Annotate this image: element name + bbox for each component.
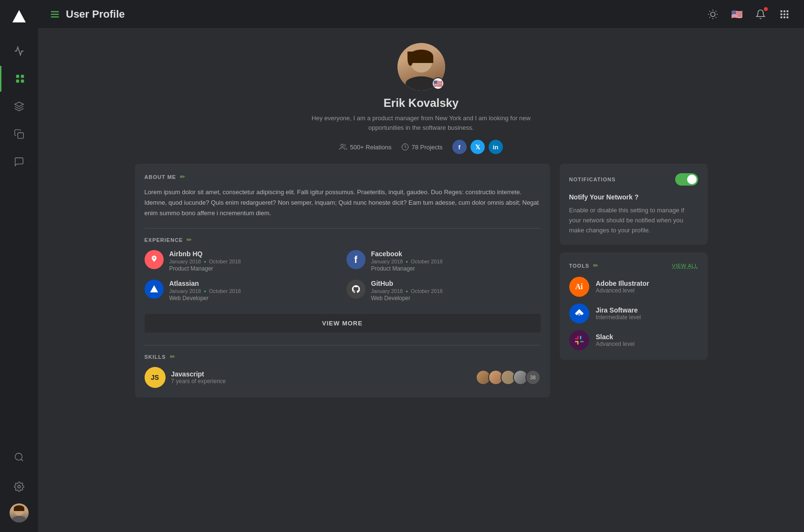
svg-line-16 bbox=[716, 17, 716, 17]
notification-icon[interactable] bbox=[752, 6, 769, 22]
svg-line-7 bbox=[21, 459, 23, 461]
theme-icon[interactable] bbox=[705, 6, 721, 22]
sidebar-item-dashboard[interactable] bbox=[0, 66, 38, 92]
svg-point-8 bbox=[18, 485, 21, 488]
about-section-header: ABOUT ME ✏ bbox=[145, 173, 541, 180]
facebook-link[interactable]: f bbox=[452, 140, 467, 154]
svg-rect-22 bbox=[783, 10, 785, 12]
slack-name: Slack bbox=[596, 333, 635, 341]
svg-rect-2 bbox=[21, 75, 23, 78]
notifications-card: NOTIFICATIONS Notify Your Network ? Enab… bbox=[560, 164, 708, 245]
illustrator-level: Advanced level bbox=[596, 287, 649, 294]
illustrator-name: Adobe Illustrator bbox=[596, 280, 649, 287]
divider-1 bbox=[145, 228, 541, 229]
atlassian-role: Web Developer bbox=[169, 295, 241, 302]
svg-marker-32 bbox=[150, 285, 158, 292]
profile-stats: 500+ Relations 78 Projects f 𝕏 in bbox=[339, 140, 502, 154]
tool-item-jira: Jira Software Intermediate level bbox=[569, 303, 698, 323]
relations-count: 500+ Relations bbox=[350, 144, 391, 151]
svg-rect-26 bbox=[787, 13, 789, 15]
notifications-toggle[interactable] bbox=[675, 173, 698, 186]
user-avatar[interactable] bbox=[10, 503, 29, 522]
skill-item-javascript: JS Javascript 7 years of experience bbox=[145, 367, 541, 388]
about-card: ABOUT ME ✏ Lorem ipsum dolor sit amet, c… bbox=[135, 164, 550, 397]
atlassian-company: Atlassian bbox=[169, 280, 241, 287]
airbnb-dates: January 2018 ● October 2018 bbox=[169, 259, 241, 264]
facebook-role: Product Manager bbox=[371, 265, 443, 272]
sidebar-item-messages[interactable] bbox=[0, 149, 38, 175]
slack-logo bbox=[569, 330, 589, 350]
skills-section-header: SKILLS ✏ bbox=[145, 353, 541, 360]
svg-rect-4 bbox=[21, 80, 23, 83]
notifications-header: NOTIFICATIONS bbox=[569, 173, 698, 186]
left-column: ABOUT ME ✏ Lorem ipsum dolor sit amet, c… bbox=[135, 164, 550, 397]
exp-item-atlassian: Atlassian January 2018 ● October 2018 We… bbox=[145, 280, 339, 302]
skills-title: SKILLS bbox=[145, 354, 166, 360]
svg-rect-25 bbox=[783, 13, 785, 15]
sidebar-bottom bbox=[10, 444, 29, 527]
experience-edit-icon[interactable]: ✏ bbox=[187, 236, 192, 243]
header: User Profile 🇺🇸 bbox=[38, 0, 804, 29]
toggle-knob bbox=[687, 175, 697, 184]
sidebar-item-activity[interactable] bbox=[0, 38, 38, 64]
menu-icon[interactable] bbox=[50, 9, 60, 20]
page-title: User Profile bbox=[66, 8, 699, 21]
svg-line-15 bbox=[710, 10, 710, 11]
skill-info: Javascript 7 years of experience bbox=[171, 370, 470, 385]
jira-level: Intermediate level bbox=[596, 314, 641, 321]
facebook-details: Facebook January 2018 ● October 2018 Pro… bbox=[371, 250, 443, 272]
skill-endorsers: 38 bbox=[476, 370, 541, 385]
two-col-layout: ABOUT ME ✏ Lorem ipsum dolor sit amet, c… bbox=[135, 164, 708, 397]
view-all-link[interactable]: VIEW ALL bbox=[672, 263, 698, 269]
tool-item-illustrator: Ai Adobe Illustrator Advanced level bbox=[569, 277, 698, 297]
grid-icon[interactable] bbox=[776, 6, 793, 22]
twitter-link[interactable]: 𝕏 bbox=[470, 140, 485, 154]
atlassian-details: Atlassian January 2018 ● October 2018 We… bbox=[169, 280, 241, 302]
sidebar-item-settings[interactable] bbox=[10, 474, 29, 500]
header-icons: 🇺🇸 bbox=[705, 6, 793, 22]
github-details: GitHub January 2018 ● October 2018 Web D… bbox=[371, 280, 443, 302]
tool-item-slack: Slack Advanced level bbox=[569, 330, 698, 350]
sidebar-item-3d[interactable] bbox=[0, 94, 38, 119]
facebook-dates: January 2018 ● October 2018 bbox=[371, 259, 443, 264]
svg-rect-5 bbox=[18, 133, 23, 138]
illustrator-info: Adobe Illustrator Advanced level bbox=[596, 280, 649, 294]
projects-count: 78 Projects bbox=[412, 144, 443, 151]
svg-rect-35 bbox=[580, 336, 581, 340]
tools-edit-icon[interactable]: ✏ bbox=[593, 262, 598, 269]
svg-rect-34 bbox=[574, 338, 578, 340]
flag-icon[interactable]: 🇺🇸 bbox=[729, 6, 745, 22]
about-text: Lorem ipsum dolor sit amet, consectetur … bbox=[145, 187, 541, 219]
linkedin-link[interactable]: in bbox=[489, 140, 503, 154]
facebook-company: Facebook bbox=[371, 250, 443, 258]
illustrator-logo: Ai bbox=[569, 277, 589, 297]
content: 🇺🇸 Erik Kovalsky Hey everyone, I am a pr… bbox=[38, 29, 804, 532]
social-icons: f 𝕏 in bbox=[452, 140, 503, 154]
view-more-button[interactable]: VIEW MORE bbox=[145, 314, 541, 333]
sidebar-item-components[interactable] bbox=[0, 121, 38, 147]
sidebar-item-search[interactable] bbox=[10, 444, 29, 470]
slack-level: Advanced level bbox=[596, 341, 635, 347]
svg-point-30 bbox=[341, 144, 344, 146]
exp-item-facebook: f Facebook January 2018 ● October 2018 P… bbox=[346, 250, 541, 272]
country-flag: 🇺🇸 bbox=[730, 8, 743, 21]
main-area: User Profile 🇺🇸 bbox=[38, 0, 804, 532]
tools-card: TOOLS ✏ VIEW ALL Ai Adobe Illustrator Ad… bbox=[560, 252, 708, 360]
github-company: GitHub bbox=[371, 280, 443, 287]
airbnb-details: Airbnb HQ January 2018 ● October 2018 Pr… bbox=[169, 250, 241, 272]
jira-logo bbox=[569, 303, 589, 323]
about-edit-icon[interactable]: ✏ bbox=[180, 173, 185, 180]
divider-2 bbox=[145, 345, 541, 345]
skills-edit-icon[interactable]: ✏ bbox=[170, 353, 175, 360]
experience-grid: Airbnb HQ January 2018 ● October 2018 Pr… bbox=[145, 250, 541, 302]
svg-rect-27 bbox=[781, 16, 783, 18]
profile-avatar-wrapper: 🇺🇸 bbox=[397, 43, 445, 91]
svg-point-12 bbox=[710, 12, 715, 16]
svg-rect-3 bbox=[16, 80, 19, 83]
jira-info: Jira Software Intermediate level bbox=[596, 306, 641, 321]
airbnb-role: Product Manager bbox=[169, 265, 241, 272]
slack-info: Slack Advanced level bbox=[596, 333, 635, 347]
profile-header: 🇺🇸 Erik Kovalsky Hey everyone, I am a pr… bbox=[52, 29, 790, 164]
svg-line-20 bbox=[716, 10, 716, 11]
sidebar-logo[interactable] bbox=[7, 5, 31, 29]
